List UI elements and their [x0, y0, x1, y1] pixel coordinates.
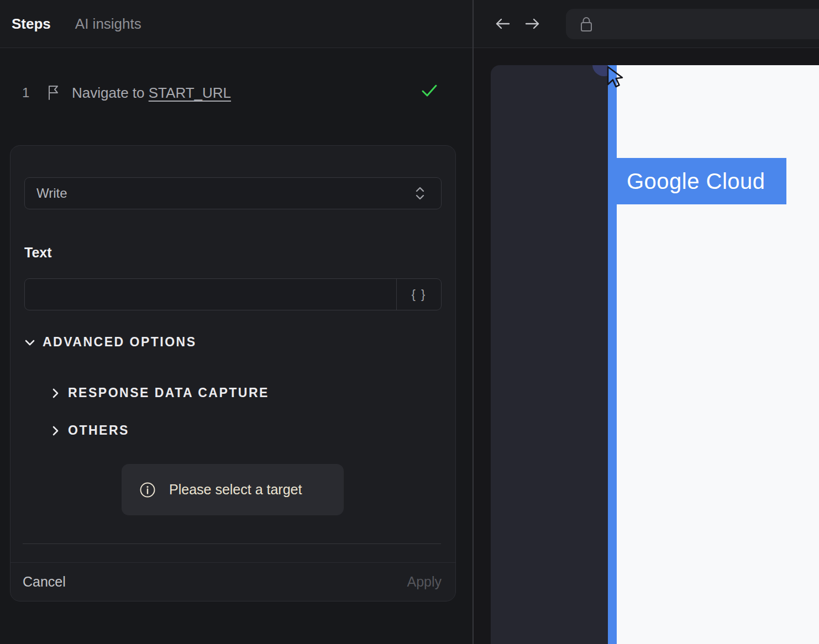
back-button[interactable] [494, 15, 511, 34]
app-root: Steps AI insights 1 Navigate to START_UR… [0, 0, 819, 644]
select-updown-icon [414, 186, 426, 201]
browser-panel: Google Cloud [474, 0, 819, 644]
steps-panel: Steps AI insights 1 Navigate to START_UR… [0, 0, 474, 644]
highlighted-sidebar-element[interactable] [608, 65, 617, 644]
insert-variable-button[interactable]: { } [396, 279, 441, 310]
apply-button[interactable]: Apply [407, 574, 442, 590]
webpage-background[interactable] [617, 65, 819, 644]
browser-viewport[interactable]: Google Cloud [491, 65, 819, 644]
text-field-label: Text [24, 245, 52, 261]
text-field: { } [24, 278, 442, 310]
response-data-capture-toggle[interactable]: RESPONSE DATA CAPTURE [50, 386, 269, 400]
chevron-down-icon [24, 336, 35, 349]
flag-icon [46, 85, 61, 101]
cancel-button[interactable]: Cancel [23, 574, 66, 590]
step-number: 1 [22, 85, 33, 101]
url-input[interactable] [594, 17, 819, 31]
step-success-check-icon [421, 83, 438, 102]
action-type-select[interactable]: Write [24, 177, 442, 209]
advanced-options-toggle[interactable]: ADVANCED OPTIONS [24, 335, 197, 350]
advanced-options-label: ADVANCED OPTIONS [43, 335, 197, 350]
step-editor-card: Write Text { } ADVANCED OPTIONS [10, 145, 456, 601]
step-label[interactable]: Navigate to START_URL [72, 85, 231, 102]
response-data-capture-label: RESPONSE DATA CAPTURE [68, 386, 269, 400]
step-action-text: Navigate to [72, 85, 149, 101]
google-cloud-logo-text: Google Cloud [627, 169, 765, 194]
highlighted-google-cloud-element[interactable]: Google Cloud [616, 158, 786, 204]
step-target-link[interactable]: START_URL [149, 85, 231, 101]
others-label: OTHERS [68, 423, 129, 438]
left-topbar: Steps AI insights [0, 0, 473, 48]
select-target-notice: Please select a target [122, 464, 344, 515]
mouse-cursor-icon [606, 66, 629, 93]
tab-steps[interactable]: Steps [12, 15, 51, 33]
notice-text: Please select a target [169, 482, 302, 498]
lock-icon [579, 16, 594, 33]
editor-footer: Cancel Apply [11, 562, 455, 601]
forward-button[interactable] [524, 15, 542, 34]
text-input[interactable] [25, 279, 396, 310]
url-bar[interactable] [566, 9, 819, 39]
action-type-value: Write [36, 186, 414, 201]
browser-toolbar [474, 0, 819, 48]
card-divider [23, 543, 441, 544]
chevron-right-icon [50, 425, 60, 437]
info-icon [139, 482, 156, 498]
others-toggle[interactable]: OTHERS [50, 423, 129, 438]
tab-ai-insights[interactable]: AI insights [75, 15, 141, 33]
chevron-right-icon [50, 387, 60, 399]
step-row[interactable]: 1 Navigate to START_URL [0, 82, 473, 104]
